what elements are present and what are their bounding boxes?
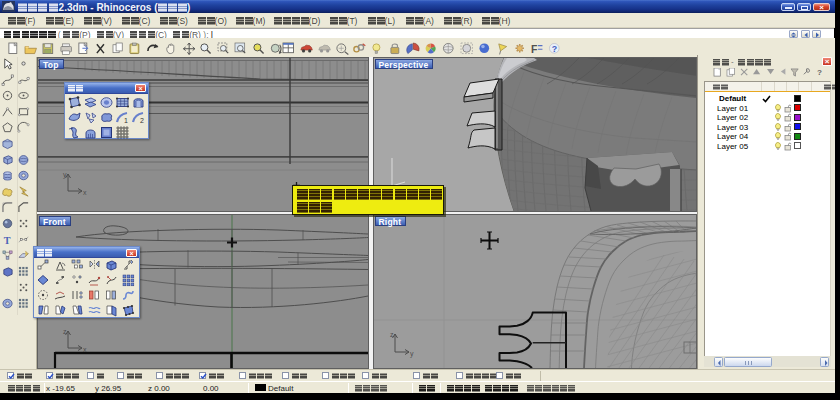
- svg-text:F: F: [531, 43, 538, 55]
- svg-text:T: T: [4, 235, 11, 246]
- svg-text:?: ?: [817, 68, 822, 77]
- svg-text:z: z: [390, 331, 394, 338]
- svg-text:z: z: [63, 328, 67, 335]
- svg-text:?: ?: [552, 44, 557, 54]
- svg-text:1: 1: [124, 117, 128, 124]
- svg-text:2: 2: [140, 117, 144, 124]
- svg-text:y: y: [63, 171, 67, 179]
- svg-text:x: x: [83, 346, 87, 353]
- svg-text:x: x: [83, 189, 87, 196]
- svg-text:y: y: [410, 350, 414, 358]
